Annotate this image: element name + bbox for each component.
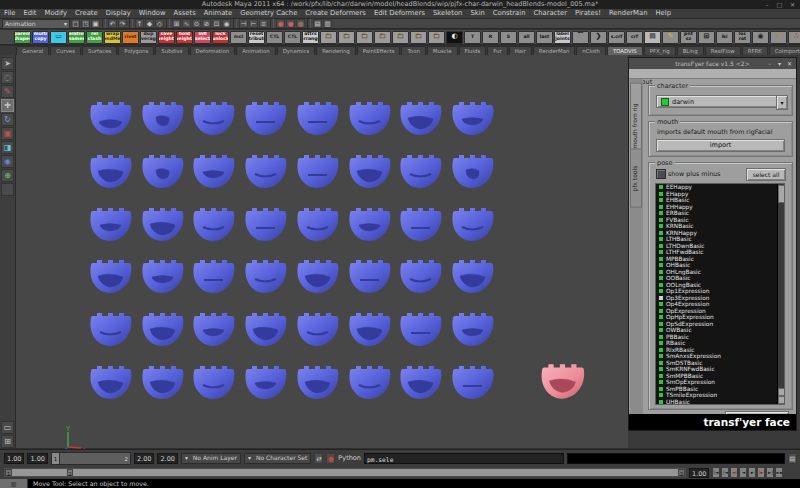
head-mesh-0-1[interactable]: [138, 99, 188, 139]
head-mesh-3-0[interactable]: [86, 257, 136, 297]
step-forward-key-button[interactable]: ►|: [766, 467, 774, 478]
menu-edit-deformers[interactable]: Edit Deformers: [370, 9, 429, 18]
head-mesh-0-7[interactable]: [448, 99, 498, 139]
playback-start-field[interactable]: 1.00: [4, 453, 24, 464]
head-mesh-2-6[interactable]: [396, 205, 446, 245]
import-button[interactable]: import: [656, 139, 785, 152]
shelf-crf-button[interactable]: crf: [626, 31, 643, 44]
head-mesh-2-0[interactable]: [86, 205, 136, 245]
make-live-icon[interactable]: ◉: [222, 19, 231, 28]
shelf-s-crf-button[interactable]: s.crf: [608, 31, 625, 44]
head-mesh-0-4[interactable]: [293, 99, 343, 139]
lasso-tool[interactable]: ◌: [1, 71, 14, 84]
head-mesh-4-2[interactable]: [189, 310, 239, 350]
menu-window[interactable]: Window: [135, 9, 170, 18]
select-component-icon[interactable]: ◇: [155, 19, 164, 28]
shelf-folder-2-button[interactable]: 🗀: [338, 31, 355, 44]
shelf-tab-realflow[interactable]: RealFlow: [705, 46, 741, 55]
shelf-all-button[interactable]: all: [518, 31, 535, 44]
transfer-window-button-icon[interactable]: ▾: [775, 59, 784, 68]
head-mesh-5-3[interactable]: [241, 363, 291, 403]
head-mesh-4-6[interactable]: [396, 310, 446, 350]
shelf-curve-arrow-button[interactable]: ❯: [590, 31, 607, 44]
shelf-tab-renderman[interactable]: RenderMan: [533, 46, 576, 55]
current-frame-marker[interactable]: 1: [52, 453, 60, 464]
shelf-tab-coimporter[interactable]: CoImporter: [769, 46, 800, 55]
shelf-tab-toon[interactable]: Toon: [401, 46, 425, 55]
menu-file[interactable]: File: [0, 9, 19, 18]
head-mesh-2-5[interactable]: [345, 205, 395, 245]
shelf-pnt-sz-button[interactable]: pnt sz: [680, 31, 697, 44]
menu-pirates-[interactable]: Pirates!: [571, 9, 605, 18]
shelf-iki-button[interactable]: iki: [716, 31, 733, 44]
scene-save-icon[interactable]: ▣: [91, 19, 100, 28]
shelf-curve-hook-button[interactable]: ⌒: [572, 31, 589, 44]
menu-skin[interactable]: Skin: [466, 9, 488, 18]
head-mesh-4-7[interactable]: [448, 310, 498, 350]
head-mesh-5-2[interactable]: [189, 363, 239, 403]
shelf-tab-fluids[interactable]: Fluids: [459, 46, 487, 55]
head-mesh-2-7[interactable]: [448, 205, 498, 245]
shelf-camera-button[interactable]: ◉: [752, 31, 769, 44]
head-mesh-4-1[interactable]: [138, 310, 188, 350]
head-mesh-3-3[interactable]: [241, 257, 291, 297]
character-set-dropdown[interactable]: ▾ No Character Set: [244, 453, 311, 464]
shelf-scale-s-button[interactable]: S: [500, 31, 517, 44]
shelf-tab-animation[interactable]: Animation: [236, 46, 275, 55]
head-mesh-3-5[interactable]: [345, 257, 395, 297]
shelf-ctl-1-button[interactable]: CTL: [266, 31, 283, 44]
shelf-tab-polygons[interactable]: Polygons: [118, 46, 154, 55]
shelf-label-joints-button[interactable]: label joints: [554, 31, 571, 44]
shelf-attrs-arrange-button[interactable]: attrs arrange: [302, 31, 319, 44]
head-mesh-1-0[interactable]: [86, 152, 136, 192]
menu-constrain[interactable]: Constrain: [489, 9, 530, 18]
snap-view-icon[interactable]: ⊡: [212, 19, 221, 28]
head-mesh-1-3[interactable]: [241, 152, 291, 192]
step-back-key-button[interactable]: |◄: [721, 467, 729, 478]
shelf-folder-1-button[interactable]: 🗀: [320, 31, 337, 44]
command-language-label[interactable]: Python: [338, 454, 361, 462]
transfer-window-titlebar[interactable]: transf'yer face v1.5 <2> ◦▾✕: [629, 58, 796, 69]
move-tool[interactable]: ✛: [1, 99, 14, 112]
layout-single-pane[interactable]: ▭: [1, 421, 14, 434]
range-start-handle[interactable]: 1: [5, 469, 12, 476]
head-mesh-5-1[interactable]: [138, 363, 188, 403]
head-mesh-1-1[interactable]: [138, 152, 188, 192]
head-mesh-0-6[interactable]: [396, 99, 446, 139]
head-mesh-3-1[interactable]: [138, 257, 188, 297]
head-mesh-5-0[interactable]: [86, 363, 136, 403]
shelf-tab-hair[interactable]: Hair: [509, 46, 532, 55]
head-mesh-5-6[interactable]: [396, 363, 446, 403]
anim-layer-dropdown[interactable]: ▾ No Anim Layer: [181, 453, 241, 464]
shelf-wrap-blendmesh-button[interactable]: wrap blendMesh: [104, 31, 121, 44]
head-mesh-3-4[interactable]: [293, 257, 343, 297]
snap-grid-icon[interactable]: ⊞: [172, 19, 181, 28]
time-slider[interactable]: 1 2: [51, 452, 131, 465]
head-mesh-5-5[interactable]: [345, 363, 395, 403]
pose-list-scrollbar[interactable]: [777, 184, 784, 404]
head-mesh-1-2[interactable]: [189, 152, 239, 192]
shelf-page-button[interactable]: ▤: [644, 31, 661, 44]
head-mesh-4-5[interactable]: [345, 310, 395, 350]
outputs-from-selected-icon[interactable]: ⊢: [249, 19, 258, 28]
head-mesh-1-4[interactable]: [293, 152, 343, 192]
range-slider[interactable]: 1 2 2: [4, 468, 686, 477]
shelf-rivet-button[interactable]: rivet: [122, 31, 139, 44]
snap-projected-icon[interactable]: ⊘: [202, 19, 211, 28]
shelf-tab-subdivs[interactable]: Subdivs: [155, 46, 188, 55]
menu-geometry-cache[interactable]: Geometry Cache: [236, 9, 301, 18]
menu-help[interactable]: Help: [651, 9, 675, 18]
head-mesh-1-5[interactable]: [345, 152, 395, 192]
shelf-folder-3-button[interactable]: 🗀: [356, 31, 373, 44]
universal-manipulator-tool[interactable]: ◨: [1, 141, 14, 154]
shelf-save-weights-button[interactable]: save weights: [158, 31, 175, 44]
shelf-reset-attributes-button[interactable]: reset attributes: [248, 31, 265, 44]
shelf-tab-dynamics[interactable]: Dynamics: [277, 46, 316, 55]
head-mesh-0-3[interactable]: [241, 99, 291, 139]
menu-assets[interactable]: Assets: [170, 9, 200, 18]
head-mesh-1-6[interactable]: [396, 152, 446, 192]
inputs-to-selected-icon[interactable]: ⊣: [239, 19, 248, 28]
shelf-tab-surfaces[interactable]: Surfaces: [82, 46, 117, 55]
select-tool[interactable]: ➤: [1, 57, 14, 70]
command-line-input[interactable]: pm.sele: [364, 453, 564, 464]
